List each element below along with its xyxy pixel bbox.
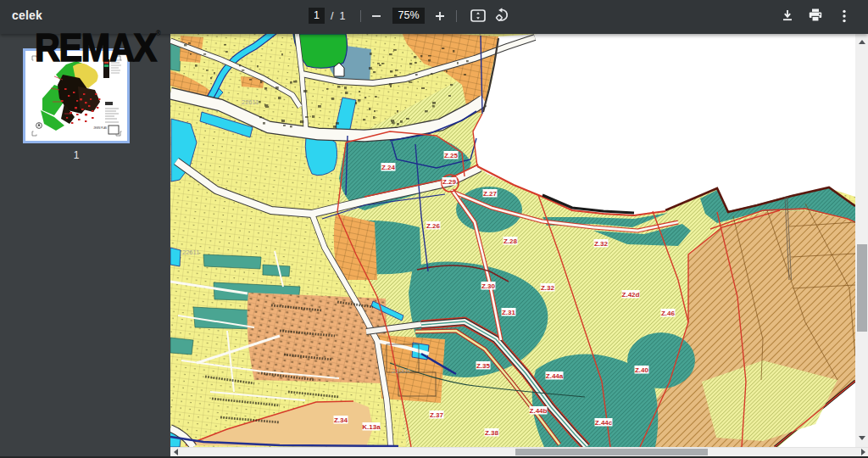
svg-text:Z.31: Z.31 [502, 309, 516, 316]
svg-text:Z.34: Z.34 [334, 416, 348, 424]
svg-text:Z.27: Z.27 [483, 190, 498, 198]
svg-text:Z.32: Z.32 [541, 284, 555, 292]
svg-text:Z.25: Z.25 [444, 152, 459, 159]
svg-text:Z.24: Z.24 [381, 164, 396, 171]
svg-text:Z.38: Z.38 [485, 429, 499, 437]
svg-text:K.13a: K.13a [362, 423, 381, 431]
svg-text:Z.28: Z.28 [504, 237, 518, 245]
svg-text:Z.26: Z.26 [426, 222, 441, 230]
svg-text:Z.29: Z.29 [442, 178, 457, 186]
svg-text:Z.44b: Z.44b [530, 407, 548, 415]
svg-text:Z.46: Z.46 [661, 310, 676, 317]
svg-text:22611: 22611 [182, 249, 199, 256]
svg-text:22611: 22611 [242, 98, 259, 106]
svg-text:Z.40: Z.40 [635, 366, 649, 374]
svg-text:Z.35: Z.35 [476, 362, 491, 370]
svg-text:21000: 21000 [392, 367, 411, 375]
svg-text:Z.42d: Z.42d [622, 291, 640, 299]
svg-text:Z.37: Z.37 [430, 411, 444, 419]
svg-text:Z.30: Z.30 [481, 282, 496, 290]
svg-text:ZEMNI PLAN: ZEMNI PLAN [93, 126, 107, 130]
svg-text:Z.44c: Z.44c [595, 419, 613, 427]
svg-text:Z.32: Z.32 [594, 240, 609, 248]
svg-text:Z.44a: Z.44a [546, 372, 564, 380]
